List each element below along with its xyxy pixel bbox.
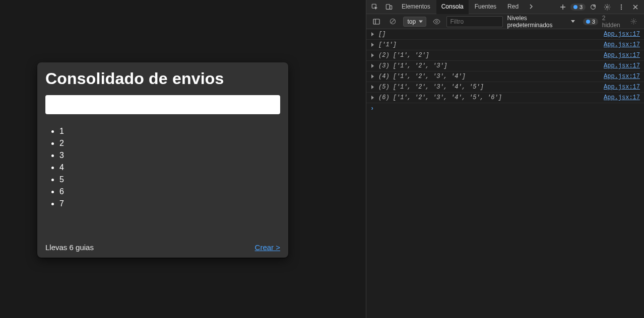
envios-card: Consolidado de envios 1 2 3 4 5 6 7 Llev… xyxy=(37,62,288,258)
expand-caret-icon[interactable] xyxy=(371,85,374,89)
expand-caret-icon[interactable] xyxy=(371,74,374,78)
console-log-row[interactable]: (2) ['1', '2'] App.jsx:17 xyxy=(366,50,644,61)
execution-context-select[interactable]: top xyxy=(403,17,427,27)
expand-caret-icon[interactable] xyxy=(371,32,374,36)
prompt-chevron-icon: › xyxy=(370,105,374,112)
console-filter-input[interactable] xyxy=(446,16,503,27)
tab-network[interactable]: Red xyxy=(502,0,524,14)
console-log-row[interactable]: (6) ['1', '2', '3', '4', '5', '6'] App.j… xyxy=(366,93,644,103)
add-tab-icon[interactable] xyxy=(556,1,569,14)
list-item: 2 xyxy=(59,137,280,149)
log-message: (4) ['1', '2', '3', '4'] xyxy=(378,73,599,80)
log-message: (6) ['1', '2', '3', '4', '5', '6'] xyxy=(378,94,599,101)
settings-gear-icon[interactable] xyxy=(601,1,614,14)
svg-point-5 xyxy=(606,6,608,8)
log-levels-select[interactable]: Niveles predeterminados xyxy=(507,15,574,29)
expand-caret-icon[interactable] xyxy=(371,53,374,57)
svg-rect-1 xyxy=(386,4,390,9)
svg-line-12 xyxy=(391,20,395,23)
log-message: [] xyxy=(378,31,599,38)
source-link[interactable]: App.jsx:17 xyxy=(604,31,640,38)
console-sidebar-toggle-icon[interactable] xyxy=(370,15,382,28)
console-prompt[interactable]: › xyxy=(366,103,644,114)
list-item: 1 xyxy=(59,125,280,137)
issues-badge[interactable]: 3 xyxy=(570,4,586,11)
performance-icon[interactable] xyxy=(587,1,600,14)
list-item: 6 xyxy=(59,186,280,198)
tab-console[interactable]: Consola xyxy=(436,0,469,14)
expand-caret-icon[interactable] xyxy=(371,64,374,68)
envios-list: 1 2 3 4 5 6 7 xyxy=(45,125,280,210)
svg-point-8 xyxy=(621,8,622,9)
more-tabs-chevron-icon[interactable] xyxy=(525,1,538,14)
list-item: 3 xyxy=(59,149,280,162)
log-message: ['1'] xyxy=(378,41,599,48)
svg-point-13 xyxy=(435,21,437,23)
card-footer: Llevas 6 guias Crear > xyxy=(45,243,280,252)
console-log-row[interactable]: (3) ['1', '2', '3'] App.jsx:17 xyxy=(366,61,644,71)
crear-link[interactable]: Crear > xyxy=(255,243,280,252)
console-log-row[interactable]: (5) ['1', '2', '3', '4', '5'] App.jsx:17 xyxy=(366,82,644,93)
list-item: 7 xyxy=(59,198,280,210)
svg-rect-9 xyxy=(373,19,379,24)
device-toolbar-icon[interactable] xyxy=(382,1,396,14)
close-devtools-icon[interactable] xyxy=(629,1,642,14)
console-toolbar: top Niveles predeterminados 3 2 hidden xyxy=(366,14,644,29)
card-title: Consolidado de envios xyxy=(45,69,280,88)
expand-caret-icon[interactable] xyxy=(371,43,374,47)
svg-rect-2 xyxy=(390,6,392,9)
hidden-messages-text: 2 hidden xyxy=(602,15,624,29)
console-issues-badge[interactable]: 3 xyxy=(583,18,598,25)
clear-console-icon[interactable] xyxy=(387,15,399,28)
source-link[interactable]: App.jsx:17 xyxy=(604,62,640,69)
console-settings-gear-icon[interactable] xyxy=(628,15,640,28)
context-label: top xyxy=(408,18,416,25)
devtools-panel: Elementos Consola Fuentes Red 3 xyxy=(366,0,644,318)
svg-point-3 xyxy=(591,5,596,9)
log-levels-label: Niveles predeterminados xyxy=(507,15,569,29)
console-issues-count: 3 xyxy=(592,19,595,25)
log-message: (2) ['1', '2'] xyxy=(378,52,599,59)
source-link[interactable]: App.jsx:17 xyxy=(604,94,640,101)
envio-input[interactable] xyxy=(45,95,280,114)
tab-sources[interactable]: Fuentes xyxy=(470,0,501,14)
tab-elements[interactable]: Elementos xyxy=(397,0,435,14)
kebab-menu-icon[interactable] xyxy=(615,1,628,14)
expand-caret-icon[interactable] xyxy=(371,96,374,100)
info-dot-icon xyxy=(573,5,577,9)
console-log-list: [] App.jsx:17 ['1'] App.jsx:17 (2) ['1',… xyxy=(366,29,644,318)
svg-point-6 xyxy=(621,4,622,5)
source-link[interactable]: App.jsx:17 xyxy=(604,73,640,80)
console-log-row[interactable]: [] App.jsx:17 xyxy=(366,29,644,40)
console-log-row[interactable]: ['1'] App.jsx:17 xyxy=(366,40,644,50)
list-item: 5 xyxy=(59,174,280,186)
log-message: (5) ['1', '2', '3', '4', '5'] xyxy=(378,84,599,91)
app-viewport: Consolidado de envios 1 2 3 4 5 6 7 Llev… xyxy=(0,0,366,318)
list-item: 4 xyxy=(59,162,280,174)
inspect-element-icon[interactable] xyxy=(368,1,381,14)
log-message: (3) ['1', '2', '3'] xyxy=(378,62,599,69)
svg-point-14 xyxy=(633,21,635,23)
chevron-down-icon xyxy=(571,20,575,23)
svg-point-7 xyxy=(621,6,622,7)
issues-count: 3 xyxy=(579,4,583,10)
source-link[interactable]: App.jsx:17 xyxy=(604,52,640,59)
info-dot-icon xyxy=(586,20,590,24)
devtools-tabstrip: Elementos Consola Fuentes Red 3 xyxy=(366,0,644,14)
live-expression-eye-icon[interactable] xyxy=(430,15,442,28)
guias-count: Llevas 6 guias xyxy=(45,243,94,252)
console-log-row[interactable]: (4) ['1', '2', '3', '4'] App.jsx:17 xyxy=(366,71,644,82)
source-link[interactable]: App.jsx:17 xyxy=(604,84,640,91)
source-link[interactable]: App.jsx:17 xyxy=(604,41,640,48)
